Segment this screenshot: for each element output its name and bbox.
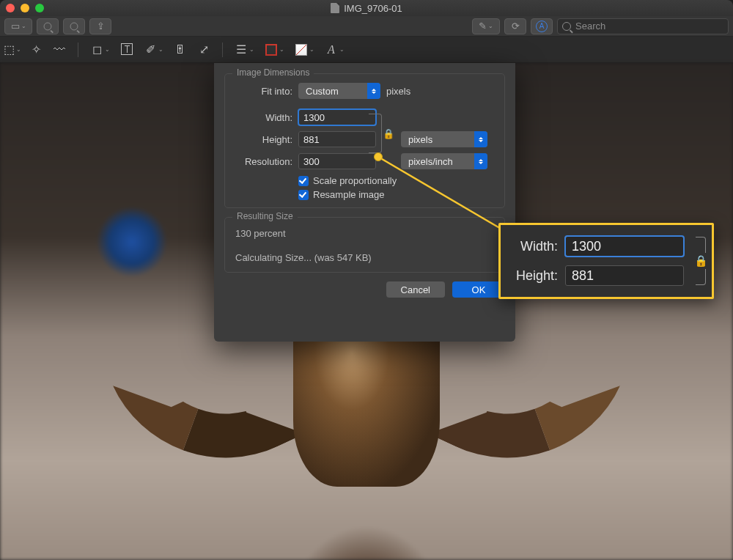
callout-width-input[interactable]: 1300 [565,236,684,257]
cancel-button[interactable]: Cancel [386,281,445,298]
line-style-menu[interactable]: ☰⌄ [235,43,254,56]
shapes-menu[interactable]: ◻⌄ [90,43,110,56]
image-dimensions-title: Image Dimensions [232,67,314,78]
resulting-size-title: Resulting Size [232,211,298,221]
callout-lock-bracket: 🔒 [696,237,706,285]
search-placeholder: Search [575,21,605,32]
resolution-units-select[interactable]: pixels/inch [401,153,487,169]
scale-proportionally-label: Scale proportionally [313,175,397,186]
sidebar-toggle-button[interactable]: ▭⌄ [4,18,32,34]
markup-toolbar: ⬚⌄ ✧ 〰 ◻⌄ 🅃 ✐⌄ 🎚 ⤢ ☰⌄ ⌄ ⌄ A⌄ [0,37,733,63]
zoom-out-button[interactable] [37,18,59,34]
annotation-callout: Width: 1300 Height: 881 🔒 [498,223,714,299]
annotation-anchor [374,152,383,161]
window-titlebar: IMG_9706-01 [0,0,733,16]
callout-height-label: Height: [509,268,558,284]
window-title: IMG_9706-01 [0,3,733,14]
selection-tool-icon[interactable]: ⬚⌄ [6,43,19,56]
text-tool-icon[interactable]: 🅃 [120,43,133,56]
instant-alpha-icon[interactable]: ✧ [29,43,43,56]
chevron-updown-icon [474,131,487,147]
document-icon [331,3,339,13]
resulting-size-group: Resulting Size 130 percent Calculating S… [224,217,505,273]
search-icon [562,22,571,31]
fill-color-menu[interactable]: ⌄ [295,43,314,56]
main-toolbar: ▭⌄ ⇪ ✎⌄ ⟳ A Search [0,16,733,37]
share-button[interactable]: ⇪ [89,18,111,34]
image-dimensions-group: Image Dimensions Fit into: Custom pixels… [224,73,505,208]
fit-into-select[interactable]: Custom [298,83,380,99]
adjust-color-icon[interactable]: 🎚 [174,43,187,56]
width-input[interactable]: 1300 [298,109,376,125]
proportional-lock-bracket: 🔒 [369,114,382,153]
adjust-size-icon[interactable]: ⤢ [197,43,210,56]
callout-width-label: Width: [509,239,558,254]
highlight-menu[interactable]: ✐⌄ [144,43,163,56]
draw-tool-icon[interactable]: 〰 [53,43,66,56]
scale-proportionally-checkbox[interactable] [298,176,309,186]
fit-into-unit: pixels [386,86,410,97]
resolution-input[interactable]: 300 [298,153,376,169]
search-field[interactable]: Search [557,18,729,34]
lock-icon: 🔒 [693,253,710,269]
lock-icon[interactable]: 🔒 [383,128,394,139]
annotations-button[interactable]: A [531,18,553,34]
fit-into-label: Fit into: [235,86,292,97]
rotate-button[interactable]: ⟳ [504,18,526,34]
chevron-updown-icon [367,83,380,99]
resulting-percent: 130 percent [235,226,494,240]
markup-toolbar-button[interactable]: ✎⌄ [472,18,500,34]
window-title-text: IMG_9706-01 [344,3,402,14]
font-style-menu[interactable]: A⌄ [325,43,345,56]
height-label: Height: [235,134,292,145]
resample-image-label: Resample image [313,189,385,200]
zoom-in-button[interactable] [63,18,85,34]
chevron-updown-icon [474,153,487,169]
width-label: Width: [235,112,292,123]
height-input[interactable]: 881 [298,131,376,147]
ok-button[interactable]: OK [452,281,505,298]
resample-image-checkbox[interactable] [298,190,309,200]
resulting-filesize: Calculating Size... (was 547 KB) [235,251,494,265]
border-color-menu[interactable]: ⌄ [265,43,284,56]
wh-units-select[interactable]: pixels [401,131,487,147]
resolution-label: Resolution: [235,156,292,167]
callout-height-input[interactable]: 881 [565,265,684,286]
adjust-size-dialog: Image Dimensions Fit into: Custom pixels… [214,63,515,342]
